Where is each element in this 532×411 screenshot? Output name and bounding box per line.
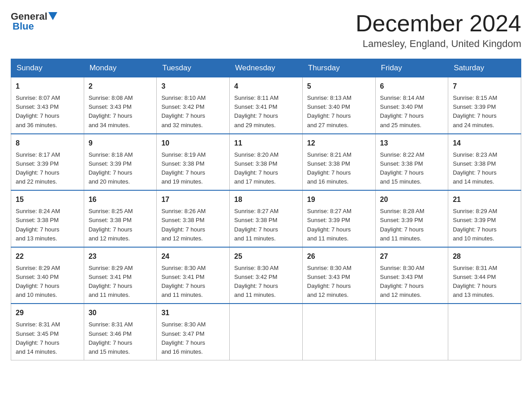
day-info: Sunrise: 8:25 AMSunset: 3:38 PMDaylight:…: [89, 208, 133, 241]
day-number: 14: [453, 138, 516, 149]
day-info: Sunrise: 8:24 AMSunset: 3:38 PMDaylight:…: [16, 208, 60, 241]
day-number: 24: [161, 251, 225, 262]
calendar-day-cell: [448, 304, 521, 360]
calendar-day-cell: 4 Sunrise: 8:11 AMSunset: 3:41 PMDayligh…: [230, 77, 303, 134]
calendar-week-row: 15 Sunrise: 8:24 AMSunset: 3:38 PMDaylig…: [11, 190, 521, 247]
calendar-day-cell: 7 Sunrise: 8:15 AMSunset: 3:39 PMDayligh…: [448, 77, 521, 134]
calendar-week-row: 29 Sunrise: 8:31 AMSunset: 3:45 PMDaylig…: [11, 304, 521, 360]
calendar-week-row: 1 Sunrise: 8:07 AMSunset: 3:43 PMDayligh…: [11, 77, 521, 134]
calendar-day-cell: 30 Sunrise: 8:31 AMSunset: 3:46 PMDaylig…: [84, 304, 157, 360]
calendar-day-cell: 1 Sunrise: 8:07 AMSunset: 3:43 PMDayligh…: [11, 77, 84, 134]
weekday-header-monday: Monday: [84, 59, 157, 77]
day-number: 22: [16, 251, 79, 262]
day-info: Sunrise: 8:27 AMSunset: 3:39 PMDaylight:…: [307, 208, 352, 241]
calendar-day-cell: 5 Sunrise: 8:13 AMSunset: 3:40 PMDayligh…: [302, 77, 375, 134]
day-number: 31: [161, 308, 225, 318]
day-info: Sunrise: 8:30 AMSunset: 3:47 PMDaylight:…: [161, 321, 206, 355]
day-number: 3: [161, 81, 225, 92]
weekday-header-tuesday: Tuesday: [157, 59, 230, 77]
calendar-day-cell: 16 Sunrise: 8:25 AMSunset: 3:38 PMDaylig…: [84, 190, 157, 247]
day-info: Sunrise: 8:10 AMSunset: 3:42 PMDaylight:…: [161, 94, 206, 128]
day-info: Sunrise: 8:29 AMSunset: 3:39 PMDaylight:…: [453, 208, 497, 241]
day-info: Sunrise: 8:15 AMSunset: 3:39 PMDaylight:…: [453, 94, 497, 128]
calendar-day-cell: [302, 304, 375, 360]
calendar-day-cell: 18 Sunrise: 8:27 AMSunset: 3:38 PMDaylig…: [230, 190, 303, 247]
day-number: 16: [89, 194, 152, 205]
page-header: General Blue December 2024 Lamesley, Eng…: [11, 11, 521, 50]
month-title: December 2024: [356, 11, 521, 36]
day-info: Sunrise: 8:21 AMSunset: 3:38 PMDaylight:…: [307, 151, 352, 185]
calendar-day-cell: 9 Sunrise: 8:18 AMSunset: 3:39 PMDayligh…: [84, 134, 157, 191]
day-info: Sunrise: 8:30 AMSunset: 3:43 PMDaylight:…: [380, 265, 425, 298]
day-info: Sunrise: 8:07 AMSunset: 3:43 PMDaylight:…: [16, 94, 60, 128]
calendar-day-cell: [230, 304, 303, 360]
day-number: 17: [161, 194, 225, 205]
day-number: 28: [453, 251, 516, 262]
title-area: December 2024 Lamesley, England, United …: [356, 11, 521, 50]
calendar-day-cell: 3 Sunrise: 8:10 AMSunset: 3:42 PMDayligh…: [157, 77, 230, 134]
day-info: Sunrise: 8:30 AMSunset: 3:41 PMDaylight:…: [161, 265, 206, 298]
day-number: 4: [234, 81, 298, 92]
location: Lamesley, England, United Kingdom: [356, 38, 521, 50]
day-info: Sunrise: 8:28 AMSunset: 3:39 PMDaylight:…: [380, 208, 425, 241]
day-info: Sunrise: 8:30 AMSunset: 3:43 PMDaylight:…: [307, 265, 352, 298]
calendar-day-cell: [375, 304, 448, 360]
calendar-day-cell: 2 Sunrise: 8:08 AMSunset: 3:43 PMDayligh…: [84, 77, 157, 134]
calendar-day-cell: 29 Sunrise: 8:31 AMSunset: 3:45 PMDaylig…: [11, 304, 84, 360]
day-info: Sunrise: 8:13 AMSunset: 3:40 PMDaylight:…: [307, 94, 352, 128]
day-number: 5: [307, 81, 371, 92]
weekday-header-sunday: Sunday: [11, 59, 84, 77]
logo-area: General Blue: [11, 11, 57, 32]
calendar-day-cell: 20 Sunrise: 8:28 AMSunset: 3:39 PMDaylig…: [375, 190, 448, 247]
weekday-header-wednesday: Wednesday: [230, 59, 303, 77]
calendar-day-cell: 6 Sunrise: 8:14 AMSunset: 3:40 PMDayligh…: [375, 77, 448, 134]
weekday-header-thursday: Thursday: [302, 59, 375, 77]
calendar-day-cell: 15 Sunrise: 8:24 AMSunset: 3:38 PMDaylig…: [11, 190, 84, 247]
calendar-day-cell: 14 Sunrise: 8:23 AMSunset: 3:38 PMDaylig…: [448, 134, 521, 191]
day-number: 30: [89, 308, 152, 318]
day-number: 18: [234, 194, 298, 205]
day-info: Sunrise: 8:19 AMSunset: 3:38 PMDaylight:…: [161, 151, 206, 185]
day-number: 7: [453, 81, 516, 92]
day-info: Sunrise: 8:29 AMSunset: 3:40 PMDaylight:…: [16, 265, 60, 298]
calendar-day-cell: 31 Sunrise: 8:30 AMSunset: 3:47 PMDaylig…: [157, 304, 230, 360]
calendar-week-row: 8 Sunrise: 8:17 AMSunset: 3:39 PMDayligh…: [11, 134, 521, 191]
calendar-day-cell: 13 Sunrise: 8:22 AMSunset: 3:38 PMDaylig…: [375, 134, 448, 191]
calendar-day-cell: 28 Sunrise: 8:31 AMSunset: 3:44 PMDaylig…: [448, 247, 521, 304]
day-info: Sunrise: 8:30 AMSunset: 3:42 PMDaylight:…: [234, 265, 279, 298]
day-number: 19: [307, 194, 371, 205]
calendar-day-cell: 17 Sunrise: 8:26 AMSunset: 3:38 PMDaylig…: [157, 190, 230, 247]
day-number: 10: [161, 138, 225, 149]
day-number: 29: [16, 308, 79, 318]
weekday-header-friday: Friday: [375, 59, 448, 77]
day-number: 12: [307, 138, 371, 149]
calendar-day-cell: 11 Sunrise: 8:20 AMSunset: 3:38 PMDaylig…: [230, 134, 303, 191]
day-info: Sunrise: 8:23 AMSunset: 3:38 PMDaylight:…: [453, 151, 497, 185]
day-number: 26: [307, 251, 371, 262]
calendar-day-cell: 10 Sunrise: 8:19 AMSunset: 3:38 PMDaylig…: [157, 134, 230, 191]
day-number: 15: [16, 194, 79, 205]
day-number: 23: [89, 251, 152, 262]
calendar-day-cell: 12 Sunrise: 8:21 AMSunset: 3:38 PMDaylig…: [302, 134, 375, 191]
logo-arrow-icon: [48, 12, 57, 20]
day-info: Sunrise: 8:31 AMSunset: 3:46 PMDaylight:…: [89, 321, 133, 355]
day-number: 13: [380, 138, 444, 149]
day-number: 1: [16, 81, 79, 92]
day-info: Sunrise: 8:08 AMSunset: 3:43 PMDaylight:…: [89, 94, 133, 128]
calendar-day-cell: 8 Sunrise: 8:17 AMSunset: 3:39 PMDayligh…: [11, 134, 84, 191]
calendar-day-cell: 25 Sunrise: 8:30 AMSunset: 3:42 PMDaylig…: [230, 247, 303, 304]
day-number: 20: [380, 194, 444, 205]
day-info: Sunrise: 8:29 AMSunset: 3:41 PMDaylight:…: [89, 265, 133, 298]
day-info: Sunrise: 8:18 AMSunset: 3:39 PMDaylight:…: [89, 151, 133, 185]
day-info: Sunrise: 8:20 AMSunset: 3:38 PMDaylight:…: [234, 151, 279, 185]
day-number: 21: [453, 194, 516, 205]
day-info: Sunrise: 8:14 AMSunset: 3:40 PMDaylight:…: [380, 94, 425, 128]
day-info: Sunrise: 8:26 AMSunset: 3:38 PMDaylight:…: [161, 208, 206, 241]
day-info: Sunrise: 8:27 AMSunset: 3:38 PMDaylight:…: [234, 208, 279, 241]
day-info: Sunrise: 8:22 AMSunset: 3:38 PMDaylight:…: [380, 151, 425, 185]
day-number: 27: [380, 251, 444, 262]
day-info: Sunrise: 8:11 AMSunset: 3:41 PMDaylight:…: [234, 94, 279, 128]
calendar-week-row: 22 Sunrise: 8:29 AMSunset: 3:40 PMDaylig…: [11, 247, 521, 304]
weekday-header-saturday: Saturday: [448, 59, 521, 77]
day-number: 2: [89, 81, 152, 92]
